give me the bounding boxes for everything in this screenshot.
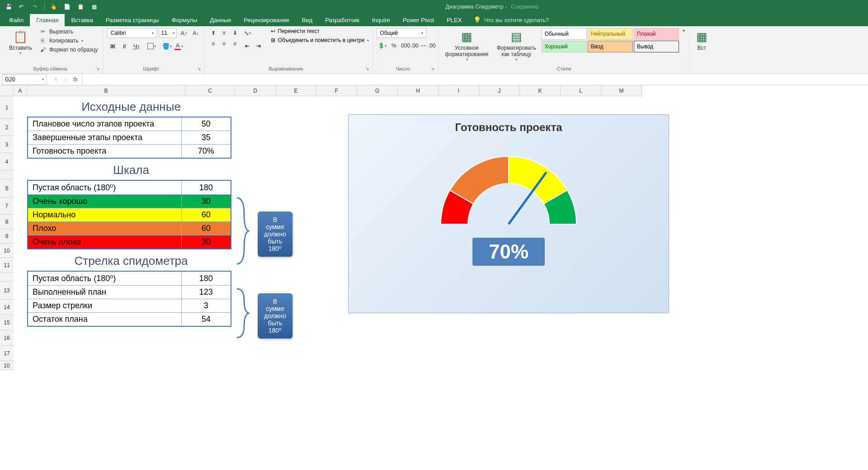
format-painter-button[interactable]: 🖌Формат по образцу <box>38 46 100 53</box>
format-as-table-button[interactable]: ▤ Форматировать как таблицу▾ <box>494 28 539 63</box>
col-header[interactable]: A <box>14 85 27 96</box>
tell-me[interactable]: 💡 Что вы хотите сделать? <box>468 14 554 26</box>
merge-center-button[interactable]: ⊞Объединить и поместить в центре▾ <box>271 37 369 43</box>
row-header[interactable]: 7 <box>0 197 14 215</box>
tab-inquire[interactable]: Inquire <box>366 14 396 26</box>
qat-icon2[interactable]: 📋 <box>75 1 86 13</box>
col-header[interactable]: J <box>479 85 520 96</box>
row-header[interactable]: 10 <box>0 361 14 370</box>
cell-styles-gallery[interactable]: Обычный Нейтральный Плохой Хороший Ввод … <box>542 28 679 52</box>
col-header[interactable]: E <box>276 85 316 96</box>
increase-font-icon[interactable]: A↑ <box>179 29 189 38</box>
dialog-launcher-icon[interactable]: ↘ <box>96 66 99 71</box>
styles-more-icon[interactable]: ▾ <box>682 28 686 33</box>
insert-cells-partial[interactable]: ▦ Вст <box>693 28 710 53</box>
row-header[interactable]: 8 <box>0 215 14 229</box>
fx-icon[interactable]: fx <box>71 76 80 83</box>
decrease-decimal-icon[interactable]: ←.00 <box>424 41 434 51</box>
qat-icon3[interactable]: ▦ <box>88 1 100 13</box>
row-header[interactable]: 16 <box>0 330 14 346</box>
underline-button[interactable]: Ч▾ <box>131 41 142 52</box>
row-header[interactable]: 17 <box>0 346 14 361</box>
tab-insert[interactable]: Вставка <box>65 14 99 26</box>
orientation-icon[interactable]: ⤡▾ <box>243 28 253 38</box>
gauge-chart[interactable]: Готовность проекта 70% <box>348 114 669 313</box>
tab-powerpivot[interactable]: Power Pivot <box>396 14 440 26</box>
callout-bubble[interactable]: В сумме должно быть 180⁰ <box>258 212 292 257</box>
tab-data[interactable]: Данные <box>203 14 237 26</box>
tab-home[interactable]: Главная <box>30 14 65 26</box>
enter-icon[interactable]: ✓ <box>61 76 70 83</box>
wrap-text-button[interactable]: ↩Перенести текст <box>271 28 369 34</box>
number-format-combo[interactable]: Общий▾ <box>377 28 426 38</box>
italic-button[interactable]: К <box>119 41 130 52</box>
row-header[interactable]: 3 <box>0 136 14 153</box>
row-header[interactable]: 10 <box>0 244 14 258</box>
worksheet[interactable]: A B C D E F G H I J K L M 12346789101113… <box>0 85 868 470</box>
col-header[interactable]: B <box>27 85 185 96</box>
align-center-icon[interactable]: ≡ <box>219 39 229 49</box>
tab-file[interactable]: Файл <box>3 14 30 26</box>
col-header[interactable]: G <box>357 85 398 96</box>
col-header[interactable]: K <box>520 85 561 96</box>
callout-bubble[interactable]: В сумме должно быть 180⁰ <box>258 293 292 338</box>
touch-mode-icon[interactable]: 👆 <box>47 1 59 13</box>
dialog-launcher-icon[interactable]: ↘ <box>365 66 369 71</box>
cut-button[interactable]: ✂Вырезать <box>38 28 100 35</box>
style-bad[interactable]: Плохой <box>634 28 679 40</box>
tab-formulas[interactable]: Формулы <box>165 14 204 26</box>
col-header[interactable]: C <box>185 85 235 96</box>
row-header[interactable] <box>0 170 14 179</box>
row-header[interactable]: 2 <box>0 119 14 136</box>
decrease-indent-icon[interactable]: ⇤ <box>243 41 253 51</box>
col-header[interactable]: L <box>561 85 601 96</box>
customize-qat-icon[interactable]: ▾ <box>102 1 113 13</box>
increase-decimal-icon[interactable]: .00→ <box>412 41 423 51</box>
undo-icon[interactable]: ↶▾ <box>16 1 28 13</box>
tab-view[interactable]: Вид <box>296 14 319 26</box>
row-header[interactable] <box>0 273 14 282</box>
tab-layout[interactable]: Разметка страницы <box>99 14 165 26</box>
copy-button[interactable]: ⎘Копировать ▾ <box>38 37 100 44</box>
style-good[interactable]: Хороший <box>542 41 587 52</box>
align-left-icon[interactable]: ≡ <box>208 39 218 49</box>
qat-icon[interactable]: 📄 <box>61 1 73 13</box>
save-icon[interactable]: 💾 <box>3 1 14 13</box>
row-header[interactable]: 13 <box>0 282 14 300</box>
tab-developer[interactable]: Разработчик <box>319 14 366 26</box>
percent-format-icon[interactable]: % <box>388 41 399 51</box>
row-header[interactable]: 9 <box>0 229 14 244</box>
row-header[interactable]: 11 <box>0 258 14 273</box>
paste-button[interactable]: 📋 Вставить ▾ <box>6 28 35 57</box>
row-header[interactable]: 14 <box>0 300 14 315</box>
select-all-corner[interactable] <box>0 85 14 96</box>
row-header[interactable]: 6 <box>0 179 14 197</box>
col-header[interactable]: D <box>235 85 276 96</box>
cancel-icon[interactable]: ✕ <box>52 76 60 83</box>
col-header[interactable]: M <box>601 85 642 96</box>
align-right-icon[interactable]: ≡ <box>230 39 240 49</box>
col-header[interactable]: H <box>398 85 439 96</box>
dialog-launcher-icon[interactable]: ↘ <box>197 66 201 71</box>
redo-icon[interactable]: ↷▾ <box>30 1 42 13</box>
font-color-button[interactable]: A▾ <box>173 41 184 52</box>
align-middle-icon[interactable]: ≡ <box>219 28 229 38</box>
border-button[interactable]: ▾ <box>146 41 157 52</box>
comma-format-icon[interactable]: 000 <box>400 41 411 51</box>
formula-input[interactable] <box>83 74 868 85</box>
row-header[interactable]: 1 <box>0 96 14 119</box>
style-normal[interactable]: Обычный <box>542 28 587 40</box>
increase-indent-icon[interactable]: ⇥ <box>254 41 264 51</box>
col-header[interactable]: F <box>316 85 357 96</box>
bold-button[interactable]: Ж <box>107 41 118 52</box>
col-header[interactable]: I <box>439 85 479 96</box>
row-header[interactable]: 15 <box>0 315 14 330</box>
fill-color-button[interactable]: 🪣▾ <box>161 41 172 52</box>
align-top-icon[interactable]: ⬆ <box>208 28 218 38</box>
font-name-combo[interactable]: Calibri▾ <box>107 28 157 38</box>
conditional-formatting-button[interactable]: ▦ Условное форматирование▾ <box>442 28 491 63</box>
align-bottom-icon[interactable]: ⬇ <box>230 28 240 38</box>
style-input[interactable]: Ввод <box>588 41 633 52</box>
row-header[interactable]: 4 <box>0 153 14 170</box>
style-output[interactable]: Вывод <box>634 41 679 52</box>
